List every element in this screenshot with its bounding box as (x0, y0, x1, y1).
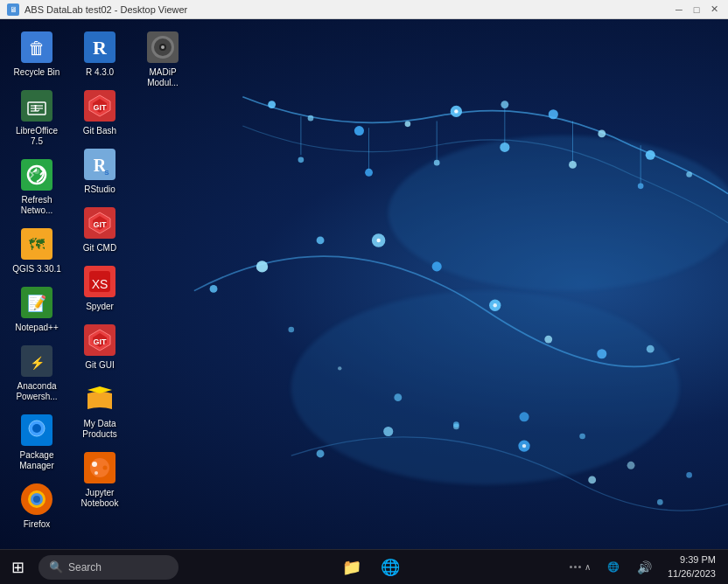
desktop-icon-git-gui[interactable]: GITGit GUI (70, 319, 130, 374)
anaconda-label: Anaconda Powersh... (10, 381, 63, 402)
desktop-icon-firefox[interactable]: Firefox (7, 478, 66, 533)
svg-point-35 (394, 393, 402, 401)
taskbar-edge[interactable]: 🌐 (373, 550, 408, 585)
my-data-products-icon (82, 381, 117, 416)
svg-point-33 (288, 327, 294, 333)
anaconda-icon: ⚡ (19, 344, 54, 379)
svg-point-19 (365, 169, 373, 177)
package-manager-icon (19, 413, 54, 448)
svg-point-44 (518, 440, 529, 451)
system-clock[interactable]: 9:39 PM 11/26/2023 (662, 553, 721, 581)
svg-point-48 (494, 303, 497, 307)
git-cmd-label: Git CMD (83, 243, 116, 254)
git-gui-icon: GIT (82, 323, 117, 358)
svg-point-40 (686, 472, 692, 478)
windows-icon: ⊞ (11, 558, 24, 577)
svg-rect-59 (21, 159, 52, 191)
desktop-icon-package-manager[interactable]: Package Manager (7, 409, 66, 475)
svg-point-47 (376, 239, 380, 242)
svg-point-23 (638, 183, 644, 189)
desktop-icon-anaconda[interactable]: ⚡Anaconda Powersh... (7, 340, 66, 406)
minimize-button[interactable]: ─ (672, 3, 686, 17)
package-manager-label: Package Manager (10, 450, 63, 471)
svg-point-2 (268, 101, 276, 108)
svg-point-31 (597, 349, 606, 358)
r430-icon: R (82, 30, 117, 65)
svg-text:S: S (104, 169, 109, 177)
svg-point-10 (646, 150, 655, 160)
volume-icon[interactable]: 🔊 (631, 553, 659, 581)
svg-point-100 (103, 466, 108, 470)
desktop-icon-git-bash[interactable]: GITGit Bash (70, 85, 130, 140)
svg-point-34 (338, 366, 341, 370)
hidden-icons[interactable]: ∧ (564, 562, 596, 572)
svg-point-18 (298, 157, 304, 163)
recycle-bin-label: Recycle Bin (14, 67, 60, 78)
svg-point-99 (92, 462, 97, 467)
svg-text:GIT: GIT (94, 337, 108, 346)
svg-point-30 (544, 336, 552, 344)
svg-point-46 (657, 499, 663, 505)
search-label: Search (68, 561, 102, 574)
spyder-label: Spyder (86, 302, 114, 312)
desktop: 🗑Recycle BinLLibreOffice 7.5Refresh Netw… (0, 19, 728, 549)
svg-point-6 (451, 106, 462, 117)
title-bar-left: 🖥 ABS DataLab test02 - Desktop Viewer (7, 3, 187, 16)
svg-point-39 (627, 462, 635, 469)
notepadpp-label: Notepad++ (15, 323, 59, 333)
svg-text:📝: 📝 (27, 294, 47, 313)
desktop-icon-notepadpp[interactable]: 📝Notepad++ (7, 282, 66, 337)
svg-point-41 (317, 450, 325, 458)
svg-point-5 (405, 121, 411, 127)
desktop-icon-my-data-products[interactable]: My Data Products (70, 378, 130, 443)
desktop-icon-qgis[interactable]: 🗺QGIS 3.30.1 (7, 223, 66, 278)
git-cmd-icon: GIT (82, 205, 117, 240)
svg-point-25 (256, 261, 268, 272)
clock-date: 11/26/2023 (668, 567, 716, 581)
jupyter-label: Jupyter Notebook (74, 488, 126, 509)
desktop-icon-refresh-network[interactable]: Refresh Netwo... (7, 154, 66, 219)
dot3 (578, 566, 581, 568)
qgis-icon: 🗺 (19, 226, 54, 261)
start-button[interactable]: ⊞ (0, 550, 35, 585)
svg-point-49 (454, 109, 458, 113)
svg-point-4 (354, 126, 364, 136)
svg-text:🗺: 🗺 (29, 236, 45, 254)
svg-point-24 (210, 285, 218, 293)
desktop-icon-libreoffice[interactable]: LLibreOffice 7.5 (7, 85, 66, 150)
refresh-network-label: Refresh Netwo... (10, 195, 63, 216)
close-button[interactable]: ✕ (707, 3, 721, 17)
refresh-network-icon (19, 157, 54, 192)
libreoffice-icon: L (19, 88, 54, 123)
svg-text:GIT: GIT (94, 103, 108, 112)
desktop-icon-recycle-bin[interactable]: 🗑Recycle Bin (7, 26, 66, 81)
svg-text:🗑: 🗑 (28, 38, 46, 58)
svg-point-38 (579, 434, 585, 440)
desktop-icon-madip[interactable]: MADiP Modul... (133, 26, 192, 92)
svg-point-42 (383, 427, 393, 436)
svg-point-8 (549, 109, 558, 119)
svg-text:XS: XS (92, 277, 108, 291)
taskbar-file-explorer[interactable]: 📁 (334, 550, 369, 585)
language-icon[interactable]: 🌐 (599, 553, 627, 581)
desktop-icon-rstudio[interactable]: RSRStudio (70, 143, 130, 198)
libreoffice-label: LibreOffice 7.5 (10, 126, 63, 147)
maximize-button[interactable]: □ (690, 3, 704, 17)
firefox-label: Firefox (24, 519, 51, 530)
desktop-icon-spyder[interactable]: XSSpyder (70, 261, 130, 316)
svg-point-43 (453, 421, 459, 428)
svg-point-11 (686, 171, 692, 177)
git-bash-label: Git Bash (83, 126, 116, 136)
title-bar: 🖥 ABS DataLab test02 - Desktop Viewer ─ … (0, 0, 728, 19)
svg-text:⚡: ⚡ (30, 356, 46, 371)
svg-point-36 (453, 424, 459, 430)
file-explorer-icon: 📁 (342, 558, 361, 577)
desktop-icon-r430[interactable]: RR 4.3.0 (70, 26, 130, 81)
clock-time: 9:39 PM (680, 553, 716, 567)
desktop-icon-git-cmd[interactable]: GITGit CMD (70, 202, 130, 257)
desktop-icon-jupyter[interactable]: Jupyter Notebook (70, 447, 130, 512)
search-bar[interactable]: 🔍 Search (38, 555, 178, 580)
taskbar-system-tray: ∧ 🌐 🔊 9:39 PM 11/26/2023 (564, 553, 728, 581)
svg-point-1 (291, 291, 680, 485)
app-icon: 🖥 (7, 3, 19, 16)
